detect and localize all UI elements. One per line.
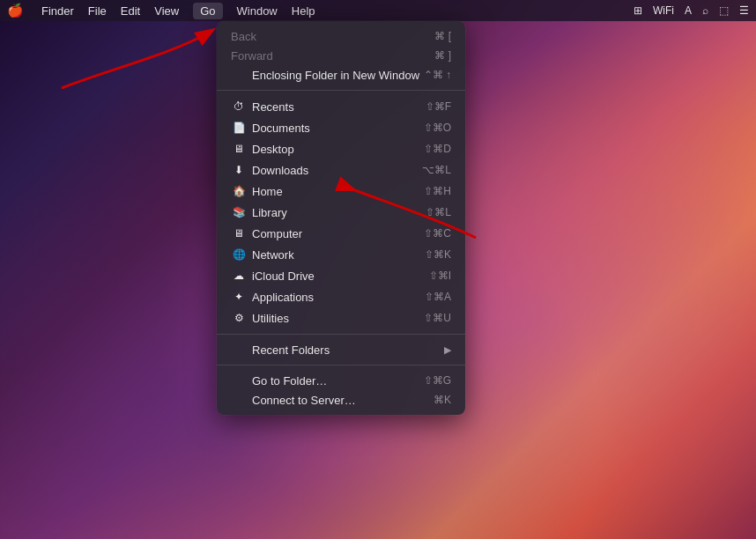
icloud-icon: ☁ xyxy=(231,268,247,284)
menu-item-forward-label: Forward xyxy=(231,49,434,63)
apple-menu[interactable]: 🍎 xyxy=(7,3,24,18)
menu-item-documents[interactable]: 📄 Documents ⇧⌘O xyxy=(217,117,465,138)
menu-item-downloads-shortcut: ⌥⌘L xyxy=(422,164,451,176)
menu-item-library-shortcut: ⇧⌘L xyxy=(426,206,451,218)
menu-item-icloud-shortcut: ⇧⌘I xyxy=(429,270,451,282)
menu-item-go-to-folder-shortcut: ⇧⌘G xyxy=(424,374,451,387)
search-icon[interactable]: ⌕ xyxy=(702,4,708,17)
menu-item-documents-shortcut: ⇧⌘O xyxy=(424,122,451,134)
downloads-icon: ⬇ xyxy=(231,162,247,178)
menu-item-computer-shortcut: ⇧⌘C xyxy=(424,227,451,240)
keyboard-icon[interactable]: A xyxy=(685,4,692,17)
menu-divider-1 xyxy=(217,90,465,91)
menu-item-back[interactable]: Back ⌘ [ xyxy=(217,26,465,46)
recents-icon: ⏱ xyxy=(231,99,247,114)
menu-item-home[interactable]: 🏠 Home ⇧⌘H xyxy=(217,181,465,202)
menu-item-enclosing-shortcut: ⌃⌘ ↑ xyxy=(424,69,451,81)
menu-item-recent-folders-label: Recent Folders xyxy=(252,343,444,357)
menu-item-enclosing[interactable]: Enclosing Folder in New Window ⌃⌘ ↑ xyxy=(217,65,465,85)
menu-divider-2 xyxy=(217,334,465,335)
menu-item-recents-shortcut: ⇧⌘F xyxy=(426,100,451,113)
notification-icon[interactable]: ☰ xyxy=(739,4,749,17)
menu-item-network-shortcut: ⇧⌘K xyxy=(425,248,451,261)
menu-item-connect-shortcut: ⌘K xyxy=(434,394,451,406)
menu-item-go-to-folder-label: Go to Folder… xyxy=(252,374,424,388)
menu-section-recent: Recent Folders ▶ xyxy=(217,338,465,361)
go-menu-dropdown: Back ⌘ [ Forward ⌘ ] Enclosing Folder in… xyxy=(217,21,465,415)
menu-item-utilities-label: Utilities xyxy=(252,312,424,325)
menubar-finder[interactable]: Finder xyxy=(41,4,74,18)
menu-item-recent-folders[interactable]: Recent Folders ▶ xyxy=(217,340,465,359)
menu-item-connect-label: Connect to Server… xyxy=(252,394,434,407)
menu-item-network[interactable]: 🌐 Network ⇧⌘K xyxy=(217,244,465,265)
menubar-edit[interactable]: Edit xyxy=(121,4,140,18)
menu-item-downloads[interactable]: ⬇ Downloads ⌥⌘L xyxy=(217,159,465,181)
menu-section-tools: Go to Folder… ⇧⌘G Connect to Server… ⌘K xyxy=(217,369,465,411)
menu-item-library[interactable]: 📚 Library ⇧⌘L xyxy=(217,202,465,223)
menu-item-recents[interactable]: ⏱ Recents ⇧⌘F xyxy=(217,96,465,117)
library-icon: 📚 xyxy=(231,204,247,220)
menu-item-documents-label: Documents xyxy=(252,122,424,135)
menu-item-applications[interactable]: ✦ Applications ⇧⌘A xyxy=(217,286,465,307)
desktop-icon: 🖥 xyxy=(231,141,247,157)
applications-icon: ✦ xyxy=(231,289,247,305)
menubar-window[interactable]: Window xyxy=(237,4,278,18)
menu-item-enclosing-label: Enclosing Folder in New Window xyxy=(252,69,424,82)
annotation-arrow-1 xyxy=(35,18,229,97)
menu-item-go-to-folder[interactable]: Go to Folder… ⇧⌘G xyxy=(217,371,465,390)
menubar-help[interactable]: Help xyxy=(292,4,315,18)
computer-icon: 🖥 xyxy=(231,225,247,241)
menubar-view[interactable]: View xyxy=(154,4,179,18)
menu-item-computer-label: Computer xyxy=(252,227,424,240)
menu-item-recents-label: Recents xyxy=(252,100,426,114)
submenu-arrow-icon: ▶ xyxy=(444,344,451,356)
menubar-file[interactable]: File xyxy=(88,4,107,18)
menu-item-forward[interactable]: Forward ⌘ ] xyxy=(217,46,465,65)
documents-icon: 📄 xyxy=(231,120,247,136)
menu-item-network-label: Network xyxy=(252,248,425,262)
menu-section-places: ⏱ Recents ⇧⌘F 📄 Documents ⇧⌘O 🖥 Desktop … xyxy=(217,94,465,330)
menu-item-downloads-label: Downloads xyxy=(252,164,422,177)
menu-item-back-shortcut: ⌘ [ xyxy=(434,30,451,42)
network-icon: 🌐 xyxy=(231,247,247,262)
home-icon: 🏠 xyxy=(231,183,247,199)
menu-item-utilities-shortcut: ⇧⌘U xyxy=(424,312,451,324)
menu-item-icloud-label: iCloud Drive xyxy=(252,270,429,283)
menu-item-computer[interactable]: 🖥 Computer ⇧⌘C xyxy=(217,223,465,244)
menubar-go[interactable]: Go xyxy=(193,3,222,19)
menu-item-library-label: Library xyxy=(252,206,426,219)
menu-item-home-shortcut: ⇧⌘H xyxy=(424,185,451,197)
menu-section-navigation: Back ⌘ [ Forward ⌘ ] Enclosing Folder in… xyxy=(217,25,465,86)
utilities-icon: ⚙ xyxy=(231,310,247,326)
menu-item-applications-label: Applications xyxy=(252,291,425,304)
menu-item-forward-shortcut: ⌘ ] xyxy=(434,49,451,62)
control-center-icon[interactable]: ⊞ xyxy=(634,4,642,17)
menu-item-icloud[interactable]: ☁ iCloud Drive ⇧⌘I xyxy=(217,265,465,286)
menu-item-connect-to-server[interactable]: Connect to Server… ⌘K xyxy=(217,390,465,410)
menu-item-back-label: Back xyxy=(231,30,434,43)
siri-icon[interactable]: ⬚ xyxy=(719,4,729,17)
menubar: 🍎 Finder File Edit View Go Window Help ⊞… xyxy=(0,0,756,21)
menu-item-applications-shortcut: ⇧⌘A xyxy=(425,291,451,303)
menu-item-desktop-shortcut: ⇧⌘D xyxy=(424,143,451,155)
menubar-left: 🍎 Finder File Edit View Go Window Help xyxy=(7,3,315,19)
wifi-icon[interactable]: WiFi xyxy=(653,4,674,17)
menu-item-home-label: Home xyxy=(252,185,424,198)
menu-item-desktop[interactable]: 🖥 Desktop ⇧⌘D xyxy=(217,138,465,159)
desktop: 🍎 Finder File Edit View Go Window Help ⊞… xyxy=(0,0,756,539)
menu-item-desktop-label: Desktop xyxy=(252,143,424,156)
menubar-right: ⊞ WiFi A ⌕ ⬚ ☰ xyxy=(634,4,749,17)
menu-divider-3 xyxy=(217,365,465,365)
menu-item-utilities[interactable]: ⚙ Utilities ⇧⌘U xyxy=(217,307,465,329)
